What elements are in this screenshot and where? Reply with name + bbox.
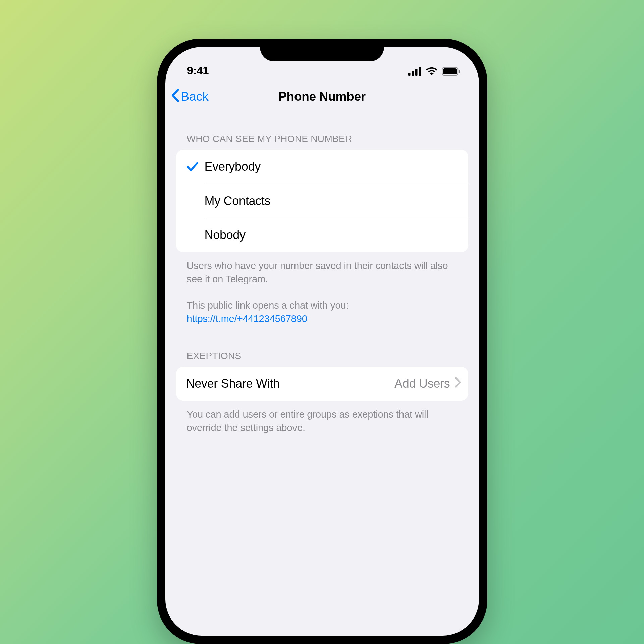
option-nobody[interactable]: Nobody: [176, 218, 468, 252]
back-label: Back: [181, 90, 209, 104]
row-value: Add Users: [394, 377, 450, 391]
chevron-left-icon: [171, 89, 179, 105]
battery-icon: [442, 67, 461, 77]
public-link[interactable]: https://t.me/+441234567890: [187, 313, 307, 324]
notch: [260, 39, 384, 61]
footer-text-exceptions: You can add users or entire groups as ex…: [187, 408, 458, 434]
status-time: 9:41: [187, 64, 209, 77]
svg-rect-0: [408, 73, 411, 76]
option-everybody[interactable]: Everybody: [176, 150, 468, 184]
back-button[interactable]: Back: [171, 89, 209, 105]
section-header-exceptions: EXEPTIONS: [176, 325, 468, 367]
option-label: Everybody: [205, 160, 261, 174]
section-footer-visibility: Users who have your number saved in thei…: [176, 252, 468, 325]
section-footer-exceptions: You can add users or entire groups as ex…: [176, 401, 468, 434]
svg-rect-1: [412, 71, 414, 76]
svg-rect-6: [459, 70, 460, 73]
footer-text-1: Users who have your number saved in thei…: [187, 259, 458, 286]
chevron-right-icon: [455, 377, 461, 391]
footer-text-2: This public link opens a chat with you:: [187, 300, 349, 311]
option-my-contacts[interactable]: My Contacts: [176, 184, 468, 218]
screen: 9:41 Back Phone Number: [165, 47, 479, 636]
svg-rect-2: [415, 69, 418, 76]
section-header-visibility: WHO CAN SEE MY PHONE NUMBER: [176, 113, 468, 150]
wifi-icon: [426, 67, 438, 77]
page-title: Phone Number: [278, 90, 366, 104]
option-label: My Contacts: [205, 194, 271, 208]
phone-frame: 9:41 Back Phone Number: [157, 39, 487, 644]
visibility-options-group: Everybody My Contacts Nobody: [176, 150, 468, 252]
option-label: Nobody: [205, 228, 246, 242]
nav-bar: Back Phone Number: [165, 80, 479, 113]
status-icons: [408, 67, 461, 77]
svg-rect-5: [443, 68, 457, 74]
row-label: Never Share With: [186, 377, 280, 391]
svg-rect-3: [419, 67, 421, 76]
cellular-icon: [408, 67, 422, 77]
never-share-with-row[interactable]: Never Share With Add Users: [176, 367, 468, 401]
exceptions-group: Never Share With Add Users: [176, 367, 468, 401]
check-icon: [186, 160, 205, 173]
